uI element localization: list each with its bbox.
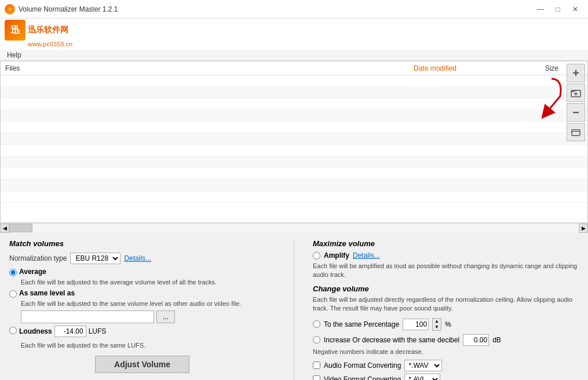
files-area: Files Date modified Size + − <box>0 61 588 223</box>
table-row <box>1 133 587 145</box>
table-row <box>1 191 587 203</box>
right-section: Maximize volume Amplify Details... Each … <box>313 239 579 380</box>
close-button[interactable]: ✕ <box>567 3 583 16</box>
radio-same-level[interactable] <box>9 290 17 298</box>
table-row <box>1 180 587 191</box>
radio-amplify[interactable] <box>313 252 320 260</box>
pct-spinner[interactable]: ▲ ▼ <box>432 318 441 331</box>
app-icon: V <box>5 4 15 14</box>
table-row <box>1 110 587 122</box>
audio-format-label: Audio Format Converting <box>324 361 401 370</box>
clear-files-button[interactable] <box>567 123 585 141</box>
loudness-desc: Each file will be adjusted to the same L… <box>21 342 275 349</box>
lufs-input[interactable]: -14.00 <box>54 326 86 337</box>
add-file-button[interactable]: + <box>567 64 585 82</box>
maximize-volume-title: Maximize volume <box>313 239 579 248</box>
pct-input[interactable] <box>403 319 429 330</box>
neg-note: Negative numbers indicate a decrease. <box>313 348 579 355</box>
window-controls: — □ ✕ <box>532 3 583 16</box>
scrollbar[interactable]: ◀ ▶ <box>0 223 588 232</box>
site-name: 迅乐软件网 <box>28 25 68 35</box>
table-row <box>1 156 587 168</box>
db-symbol: dB <box>492 336 501 344</box>
radio-loudness[interactable] <box>9 327 17 334</box>
increase-decibel-row: Increase Or decrease with the same decib… <box>313 334 579 346</box>
video-format-checkbox[interactable] <box>313 375 320 380</box>
browse-button[interactable]: ... <box>156 310 175 323</box>
pct-spinner-up[interactable]: ▲ <box>433 319 441 324</box>
scroll-left-btn[interactable]: ◀ <box>0 224 9 233</box>
norm-details-link[interactable]: Details... <box>124 254 151 262</box>
panel-divider <box>294 239 294 380</box>
radio-average[interactable] <box>9 269 17 276</box>
norm-type-row: Normalization type EBU R128 Details... <box>9 253 275 264</box>
scroll-right-btn[interactable]: ▶ <box>579 224 588 233</box>
side-buttons: + − <box>564 61 587 144</box>
change-volume-title: Change volume <box>313 284 579 293</box>
maximize-button[interactable]: □ <box>550 3 566 16</box>
pct-spinner-down[interactable]: ▼ <box>433 324 441 330</box>
video-format-label: Video Format Converting <box>324 375 401 380</box>
menu-bar: Help <box>0 50 588 61</box>
same-pct-label[interactable]: To the same Percentage <box>324 320 399 328</box>
audio-format-checkbox[interactable] <box>313 361 320 369</box>
table-row <box>1 145 587 156</box>
window-title: Volume Normalizer Master 1.2.1 <box>19 5 118 13</box>
same-level-input-row: ... <box>21 310 275 323</box>
same-level-desc: Each file will be adjusted to the same v… <box>21 300 275 307</box>
radio-same-level-label[interactable]: As same level as <box>19 289 75 297</box>
bottom-panel: Match volumes Normalization type EBU R12… <box>0 232 588 380</box>
increase-db-label[interactable]: Increase Or decrease with the same decib… <box>324 336 459 344</box>
files-rows <box>1 75 587 222</box>
db-input[interactable] <box>463 334 489 346</box>
same-pct-row: To the same Percentage ▲ ▼ % <box>313 318 579 331</box>
add-folder-button[interactable] <box>567 83 585 102</box>
watermark-bar: 迅 迅乐软件网 www.pc0359.cn <box>0 19 588 50</box>
radio-same-level-row: As same level as <box>9 289 275 298</box>
change-vol-desc: Each file will be adjusted directly rega… <box>313 295 579 313</box>
amplify-details-link[interactable]: Details... <box>353 251 380 260</box>
norm-type-label: Normalization type <box>9 254 67 262</box>
radio-average-row: Average <box>9 268 275 276</box>
norm-type-select[interactable]: EBU R128 <box>70 253 120 264</box>
radio-loudness-row: Loudness -14.00 LUFS <box>9 326 275 339</box>
add-folder-icon <box>571 87 581 98</box>
remove-file-button[interactable]: − <box>567 103 585 122</box>
lufs-label: LUFS <box>89 327 107 335</box>
video-format-row: Video Format Converting *.AVI *.MP4 *.MK… <box>313 374 579 380</box>
radio-loudness-label[interactable]: Loudness <box>19 327 52 335</box>
col-files: Files <box>1 64 414 72</box>
site-url: www.pc0359.cn <box>28 41 583 48</box>
files-header: Files Date modified Size <box>1 61 587 75</box>
radio-same-pct[interactable] <box>313 320 320 328</box>
left-section: Match volumes Normalization type EBU R12… <box>9 239 275 380</box>
minimize-button[interactable]: — <box>532 3 549 16</box>
table-row <box>1 75 587 87</box>
same-level-file-input[interactable] <box>21 310 154 323</box>
amplify-label[interactable]: Amplify <box>324 251 349 260</box>
amplify-desc: Each file will be amplified as loud as p… <box>313 262 579 280</box>
match-volumes-title: Match volumes <box>9 239 275 248</box>
svg-rect-3 <box>572 130 580 136</box>
radio-increase-db[interactable] <box>313 336 320 344</box>
menu-help[interactable]: Help <box>5 50 24 60</box>
pct-symbol: % <box>445 320 451 328</box>
adjust-btn-area: Adjust Volume <box>9 356 275 373</box>
table-row <box>1 122 587 133</box>
video-format-select[interactable]: *.AVI *.MP4 *.MKV *.MOV <box>404 374 440 380</box>
col-date: Date modified <box>414 64 529 72</box>
table-row <box>1 98 587 110</box>
scroll-thumb[interactable] <box>9 224 32 232</box>
amplify-row: Amplify Details... <box>313 251 579 260</box>
scroll-track[interactable] <box>9 224 579 232</box>
title-bar: V Volume Normalizer Master 1.2.1 — □ ✕ <box>0 0 588 19</box>
clear-icon <box>571 127 581 137</box>
table-row <box>1 168 587 180</box>
table-row <box>1 87 587 98</box>
audio-format-row: Audio Format Converting *.WAV *.MP3 *.FL… <box>313 360 579 371</box>
logo-icon: 迅 <box>5 20 25 41</box>
average-desc: Each file will be adjusted to the averag… <box>21 279 275 286</box>
adjust-volume-button[interactable]: Adjust Volume <box>95 356 189 373</box>
radio-average-label[interactable]: Average <box>19 268 46 276</box>
audio-format-select[interactable]: *.WAV *.MP3 *.FLAC *.AAC *.OGG <box>404 360 442 371</box>
